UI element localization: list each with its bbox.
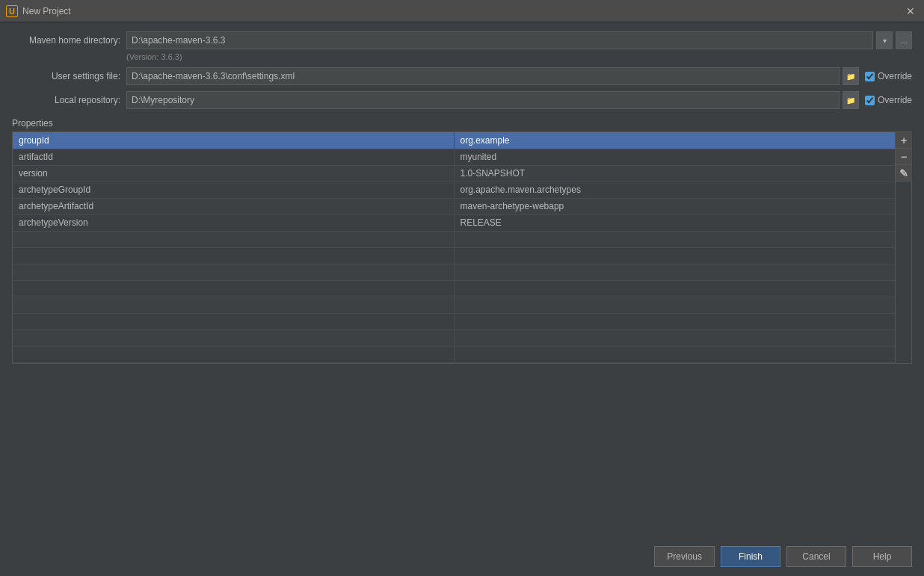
user-settings-row: User settings file: 📁 Override bbox=[12, 67, 912, 85]
property-value: RELEASE bbox=[454, 214, 895, 231]
table-row-empty bbox=[13, 313, 895, 329]
table-row-empty bbox=[13, 247, 895, 264]
app-icon: U bbox=[6, 5, 18, 17]
dialog-content: Maven home directory: ▾ … (Version: 3.6.… bbox=[0, 22, 924, 540]
property-name: archetypeGroupId bbox=[13, 182, 454, 198]
local-repo-input[interactable] bbox=[126, 91, 840, 109]
table-row-empty bbox=[13, 231, 895, 247]
user-settings-input-container: 📁 bbox=[126, 67, 859, 85]
title-bar: U New Project ✕ bbox=[0, 0, 924, 22]
properties-title: Properties bbox=[12, 118, 912, 128]
table-row-empty bbox=[13, 329, 895, 346]
previous-button[interactable]: Previous bbox=[654, 546, 715, 567]
maven-home-label: Maven home directory: bbox=[12, 35, 120, 46]
user-settings-label: User settings file: bbox=[12, 71, 120, 81]
finish-button[interactable]: Finish bbox=[721, 546, 780, 567]
properties-actions: + − ✎ bbox=[895, 132, 911, 363]
maven-home-dropdown-btn[interactable]: ▾ bbox=[876, 31, 893, 49]
property-value: maven-archetype-webapp bbox=[454, 198, 895, 214]
maven-version-note: (Version: 3.6.3) bbox=[126, 52, 912, 61]
properties-table: groupId org.example artifactId myunited … bbox=[13, 132, 895, 363]
table-row-empty bbox=[13, 346, 895, 362]
add-property-btn[interactable]: + bbox=[896, 132, 912, 149]
table-row[interactable]: groupId org.example bbox=[13, 132, 895, 149]
remove-property-btn[interactable]: − bbox=[896, 149, 912, 165]
table-row[interactable]: archetypeGroupId org.apache.maven.archet… bbox=[13, 182, 895, 198]
user-settings-browse-btn[interactable]: 📁 bbox=[843, 67, 859, 85]
property-value: 1.0-SNAPSHOT bbox=[454, 165, 895, 182]
properties-section: Properties groupId org.example artifactI… bbox=[12, 115, 912, 364]
property-name: groupId bbox=[13, 132, 454, 149]
local-repo-override-checkbox[interactable] bbox=[865, 96, 875, 105]
property-name: archetypeArtifactId bbox=[13, 198, 454, 214]
user-settings-override-checkbox[interactable] bbox=[865, 72, 875, 81]
edit-property-btn[interactable]: ✎ bbox=[896, 165, 912, 182]
maven-home-row: Maven home directory: ▾ … bbox=[12, 31, 912, 49]
property-name: archetypeVersion bbox=[13, 214, 454, 231]
properties-container: groupId org.example artifactId myunited … bbox=[12, 131, 912, 364]
user-settings-override-container: Override bbox=[865, 71, 912, 81]
local-repo-input-container: 📁 bbox=[126, 91, 859, 109]
property-name: artifactId bbox=[13, 149, 454, 165]
help-button[interactable]: Help bbox=[852, 546, 912, 567]
table-row-empty bbox=[13, 264, 895, 280]
table-row[interactable]: artifactId myunited bbox=[13, 149, 895, 165]
footer: Previous Finish Cancel Help bbox=[0, 540, 924, 576]
maven-home-browse-btn[interactable]: … bbox=[896, 31, 912, 49]
property-name: version bbox=[13, 165, 454, 182]
local-repo-override-label: Override bbox=[878, 95, 912, 105]
table-row-empty bbox=[13, 297, 895, 313]
local-repo-browse-btn[interactable]: 📁 bbox=[843, 91, 859, 109]
local-repo-row: Local repository: 📁 Override bbox=[12, 91, 912, 109]
property-value: org.apache.maven.archetypes bbox=[454, 182, 895, 198]
user-settings-input[interactable] bbox=[126, 67, 840, 85]
cancel-button[interactable]: Cancel bbox=[786, 546, 846, 567]
table-row[interactable]: archetypeArtifactId maven-archetype-weba… bbox=[13, 198, 895, 214]
property-value: myunited bbox=[454, 149, 895, 165]
close-button[interactable]: ✕ bbox=[903, 4, 918, 19]
local-repo-label: Local repository: bbox=[12, 95, 120, 105]
new-project-dialog: U New Project ✕ Maven home directory: ▾ … bbox=[0, 0, 924, 576]
local-repo-override-container: Override bbox=[865, 95, 912, 105]
user-settings-override-label: Override bbox=[878, 71, 912, 81]
table-row-empty bbox=[13, 280, 895, 297]
property-value: org.example bbox=[454, 132, 895, 149]
title-bar-text: New Project bbox=[22, 6, 903, 16]
table-row[interactable]: archetypeVersion RELEASE bbox=[13, 214, 895, 231]
table-row[interactable]: version 1.0-SNAPSHOT bbox=[13, 165, 895, 182]
maven-home-input[interactable] bbox=[126, 31, 873, 49]
maven-home-input-container: ▾ … bbox=[126, 31, 912, 49]
